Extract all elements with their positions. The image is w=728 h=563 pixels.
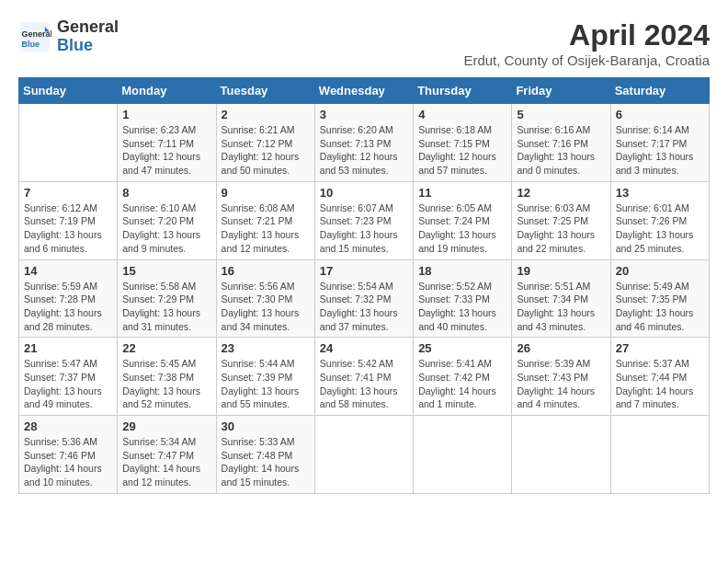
day-number: 21 [24, 341, 112, 355]
day-number: 13 [616, 186, 704, 200]
day-info: Sunrise: 5:36 AM Sunset: 7:46 PM Dayligh… [24, 435, 112, 489]
day-info: Sunrise: 5:41 AM Sunset: 7:42 PM Dayligh… [418, 357, 506, 411]
day-info: Sunrise: 6:10 AM Sunset: 7:20 PM Dayligh… [122, 201, 210, 256]
day-info: Sunrise: 5:47 AM Sunset: 7:37 PM Dayligh… [24, 357, 112, 411]
day-info: Sunrise: 5:44 AM Sunset: 7:39 PM Dayligh… [222, 357, 310, 411]
day-info: Sunrise: 6:21 AM Sunset: 7:12 PM Dayligh… [222, 123, 310, 178]
day-info: Sunrise: 5:39 AM Sunset: 7:43 PM Dayligh… [517, 357, 605, 411]
calendar-cell: 29Sunrise: 5:34 AM Sunset: 7:47 PM Dayli… [118, 416, 216, 494]
day-info: Sunrise: 5:56 AM Sunset: 7:30 PM Dayligh… [222, 280, 310, 334]
day-number: 11 [418, 186, 506, 200]
header-cell-monday: Monday [118, 78, 216, 104]
header-cell-thursday: Thursday [414, 78, 512, 104]
day-info: Sunrise: 6:18 AM Sunset: 7:15 PM Dayligh… [418, 123, 506, 178]
day-info: Sunrise: 5:42 AM Sunset: 7:41 PM Dayligh… [320, 357, 408, 411]
calendar-cell [314, 416, 413, 494]
calendar-cell: 21Sunrise: 5:47 AM Sunset: 7:37 PM Dayli… [19, 338, 118, 416]
day-info: Sunrise: 5:52 AM Sunset: 7:33 PM Dayligh… [418, 280, 506, 334]
header-cell-tuesday: Tuesday [216, 78, 314, 104]
day-number: 30 [222, 419, 310, 433]
day-number: 27 [616, 341, 704, 355]
calendar-week-4: 21Sunrise: 5:47 AM Sunset: 7:37 PM Dayli… [19, 338, 710, 416]
location-subtitle: Erdut, County of Osijek-Baranja, Croatia [463, 52, 710, 68]
calendar-cell: 12Sunrise: 6:03 AM Sunset: 7:25 PM Dayli… [512, 181, 610, 259]
day-number: 19 [517, 264, 605, 278]
calendar-cell: 2Sunrise: 6:21 AM Sunset: 7:12 PM Daylig… [216, 104, 314, 182]
day-number: 25 [418, 341, 506, 355]
day-number: 14 [24, 264, 112, 278]
day-info: Sunrise: 5:51 AM Sunset: 7:34 PM Dayligh… [517, 280, 605, 334]
month-title: April 2024 [463, 18, 710, 52]
day-info: Sunrise: 5:37 AM Sunset: 7:44 PM Dayligh… [616, 357, 704, 411]
calendar-cell [512, 416, 610, 494]
day-info: Sunrise: 6:07 AM Sunset: 7:23 PM Dayligh… [320, 201, 408, 256]
calendar-table: SundayMondayTuesdayWednesdayThursdayFrid… [18, 77, 710, 494]
calendar-cell: 28Sunrise: 5:36 AM Sunset: 7:46 PM Dayli… [19, 416, 118, 494]
day-number: 18 [418, 264, 506, 278]
header-cell-sunday: Sunday [19, 78, 118, 104]
logo-text: General Blue [57, 18, 119, 55]
day-number: 3 [320, 108, 408, 121]
title-section: April 2024 Erdut, County of Osijek-Baran… [463, 18, 710, 68]
calendar-cell: 19Sunrise: 5:51 AM Sunset: 7:34 PM Dayli… [512, 259, 610, 338]
calendar-cell: 16Sunrise: 5:56 AM Sunset: 7:30 PM Dayli… [216, 259, 314, 338]
day-number: 29 [122, 419, 210, 433]
day-info: Sunrise: 6:16 AM Sunset: 7:16 PM Dayligh… [517, 123, 605, 178]
day-number: 1 [122, 108, 210, 121]
logo-icon: General Blue [18, 20, 51, 53]
day-info: Sunrise: 5:45 AM Sunset: 7:38 PM Dayligh… [122, 357, 210, 411]
day-number: 5 [517, 108, 605, 121]
calendar-cell: 26Sunrise: 5:39 AM Sunset: 7:43 PM Dayli… [512, 338, 610, 416]
header-cell-saturday: Saturday [610, 78, 709, 104]
page-header: General Blue General Blue April 2024 Erd… [18, 18, 710, 68]
day-number: 24 [320, 341, 408, 355]
header-cell-wednesday: Wednesday [314, 78, 413, 104]
day-info: Sunrise: 6:01 AM Sunset: 7:26 PM Dayligh… [616, 201, 704, 256]
day-info: Sunrise: 5:34 AM Sunset: 7:47 PM Dayligh… [122, 435, 210, 489]
day-info: Sunrise: 6:03 AM Sunset: 7:25 PM Dayligh… [517, 201, 605, 256]
day-info: Sunrise: 6:14 AM Sunset: 7:17 PM Dayligh… [616, 123, 704, 178]
calendar-cell: 27Sunrise: 5:37 AM Sunset: 7:44 PM Dayli… [610, 338, 709, 416]
calendar-cell: 11Sunrise: 6:05 AM Sunset: 7:24 PM Dayli… [414, 181, 512, 259]
day-number: 20 [616, 264, 704, 278]
day-number: 16 [222, 264, 310, 278]
day-number: 12 [517, 186, 605, 200]
day-number: 9 [222, 186, 310, 200]
calendar-cell: 8Sunrise: 6:10 AM Sunset: 7:20 PM Daylig… [118, 181, 216, 259]
calendar-cell: 3Sunrise: 6:20 AM Sunset: 7:13 PM Daylig… [314, 104, 413, 182]
calendar-week-3: 14Sunrise: 5:59 AM Sunset: 7:28 PM Dayli… [19, 259, 710, 338]
calendar-cell: 24Sunrise: 5:42 AM Sunset: 7:41 PM Dayli… [314, 338, 413, 416]
day-number: 17 [320, 264, 408, 278]
day-number: 23 [222, 341, 310, 355]
day-number: 22 [122, 341, 210, 355]
svg-text:Blue: Blue [22, 40, 40, 49]
calendar-cell: 5Sunrise: 6:16 AM Sunset: 7:16 PM Daylig… [512, 104, 610, 182]
day-info: Sunrise: 6:12 AM Sunset: 7:19 PM Dayligh… [24, 201, 112, 256]
calendar-cell: 13Sunrise: 6:01 AM Sunset: 7:26 PM Dayli… [610, 181, 709, 259]
day-number: 7 [24, 186, 112, 200]
calendar-cell: 15Sunrise: 5:58 AM Sunset: 7:29 PM Dayli… [118, 259, 216, 338]
calendar-body: 1Sunrise: 6:23 AM Sunset: 7:11 PM Daylig… [19, 104, 710, 494]
calendar-cell: 10Sunrise: 6:07 AM Sunset: 7:23 PM Dayli… [314, 181, 413, 259]
day-info: Sunrise: 5:58 AM Sunset: 7:29 PM Dayligh… [122, 280, 210, 334]
calendar-week-1: 1Sunrise: 6:23 AM Sunset: 7:11 PM Daylig… [19, 104, 710, 182]
logo-line2: Blue [57, 37, 119, 55]
calendar-cell: 4Sunrise: 6:18 AM Sunset: 7:15 PM Daylig… [414, 104, 512, 182]
day-number: 15 [122, 264, 210, 278]
logo: General Blue General Blue [18, 18, 119, 55]
calendar-cell [414, 416, 512, 494]
calendar-week-5: 28Sunrise: 5:36 AM Sunset: 7:46 PM Dayli… [19, 416, 710, 494]
day-number: 10 [320, 186, 408, 200]
day-info: Sunrise: 6:20 AM Sunset: 7:13 PM Dayligh… [320, 123, 408, 178]
calendar-cell: 23Sunrise: 5:44 AM Sunset: 7:39 PM Dayli… [216, 338, 314, 416]
header-cell-friday: Friday [512, 78, 610, 104]
day-info: Sunrise: 6:05 AM Sunset: 7:24 PM Dayligh… [418, 201, 506, 256]
day-number: 8 [122, 186, 210, 200]
day-info: Sunrise: 6:23 AM Sunset: 7:11 PM Dayligh… [122, 123, 210, 178]
day-number: 28 [24, 419, 112, 433]
day-info: Sunrise: 5:59 AM Sunset: 7:28 PM Dayligh… [24, 280, 112, 334]
calendar-cell: 22Sunrise: 5:45 AM Sunset: 7:38 PM Dayli… [118, 338, 216, 416]
calendar-cell: 14Sunrise: 5:59 AM Sunset: 7:28 PM Dayli… [19, 259, 118, 338]
calendar-cell: 17Sunrise: 5:54 AM Sunset: 7:32 PM Dayli… [314, 259, 413, 338]
calendar-cell [610, 416, 709, 494]
